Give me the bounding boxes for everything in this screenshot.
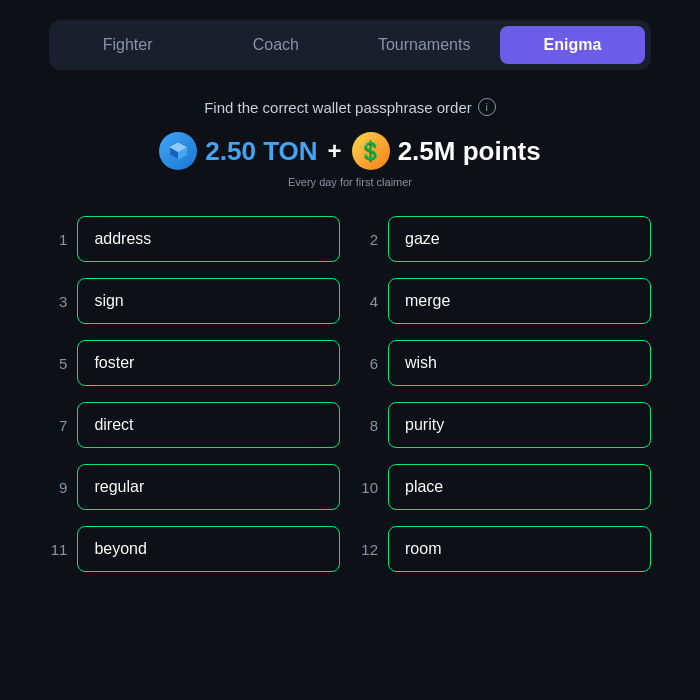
ton-badge: 2.50 TON <box>159 132 317 170</box>
points-amount: 2.5M points <box>398 136 541 167</box>
word-box[interactable]: beyond <box>77 526 340 572</box>
word-number: 10 <box>360 479 378 496</box>
word-box[interactable]: address <box>77 216 340 262</box>
word-box[interactable]: regular <box>77 464 340 510</box>
word-number: 12 <box>360 541 378 558</box>
word-box[interactable]: purity <box>388 402 651 448</box>
word-item: 10place <box>360 464 651 510</box>
word-item: 6wish <box>360 340 651 386</box>
word-number: 3 <box>49 293 67 310</box>
word-box[interactable]: sign <box>77 278 340 324</box>
word-number: 9 <box>49 479 67 496</box>
word-item: 1address <box>49 216 340 262</box>
word-box[interactable]: place <box>388 464 651 510</box>
plus-sign: + <box>328 137 342 165</box>
word-number: 1 <box>49 231 67 248</box>
word-item: 9regular <box>49 464 340 510</box>
subtitle-row: Find the correct wallet passphrase order… <box>204 98 496 116</box>
word-number: 8 <box>360 417 378 434</box>
word-number: 2 <box>360 231 378 248</box>
word-box[interactable]: merge <box>388 278 651 324</box>
word-number: 5 <box>49 355 67 372</box>
word-item: 5foster <box>49 340 340 386</box>
word-item: 12room <box>360 526 651 572</box>
tab-coach[interactable]: Coach <box>204 26 348 64</box>
word-number: 6 <box>360 355 378 372</box>
tab-tournaments[interactable]: Tournaments <box>352 26 496 64</box>
word-item: 7direct <box>49 402 340 448</box>
word-box[interactable]: foster <box>77 340 340 386</box>
info-icon[interactable]: i <box>478 98 496 116</box>
tab-fighter[interactable]: Fighter <box>55 26 199 64</box>
tab-bar: Fighter Coach Tournaments Enigma <box>49 20 650 70</box>
word-item: 2gaze <box>360 216 651 262</box>
word-grid: 1address2gaze3sign4merge5foster6wish7dir… <box>49 216 650 572</box>
coin-icon: 💲 <box>352 132 390 170</box>
word-box[interactable]: wish <box>388 340 651 386</box>
word-number: 4 <box>360 293 378 310</box>
ton-amount: 2.50 TON <box>205 136 317 167</box>
points-badge: 💲 2.5M points <box>352 132 541 170</box>
word-item: 11beyond <box>49 526 340 572</box>
word-item: 4merge <box>360 278 651 324</box>
word-box[interactable]: direct <box>77 402 340 448</box>
word-item: 8purity <box>360 402 651 448</box>
word-item: 3sign <box>49 278 340 324</box>
tab-enigma[interactable]: Enigma <box>500 26 644 64</box>
reward-row: 2.50 TON + 💲 2.5M points <box>159 132 540 170</box>
ton-icon <box>159 132 197 170</box>
word-number: 11 <box>49 541 67 558</box>
daily-note: Every day for first claimer <box>288 176 412 188</box>
word-box[interactable]: room <box>388 526 651 572</box>
word-box[interactable]: gaze <box>388 216 651 262</box>
subtitle-text: Find the correct wallet passphrase order <box>204 99 472 116</box>
word-number: 7 <box>49 417 67 434</box>
